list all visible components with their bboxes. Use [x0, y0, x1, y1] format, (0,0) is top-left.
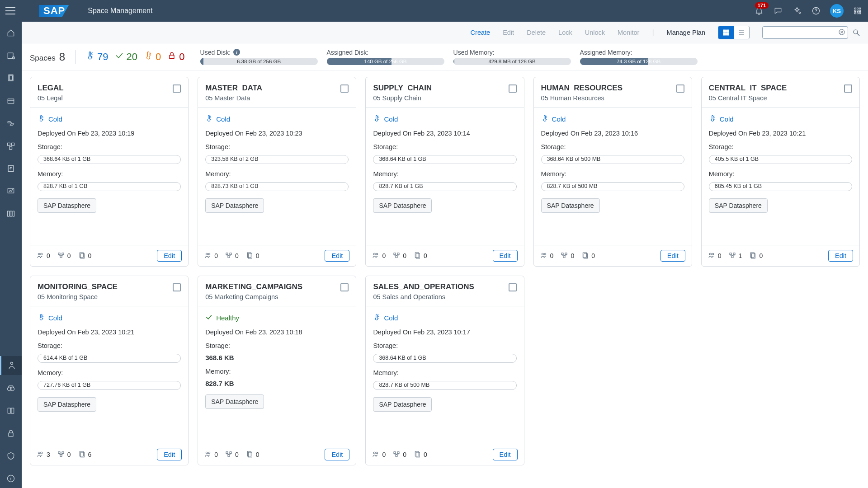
space-card[interactable]: HUMAN_RESOURCES05 Human ResourcesColdDep… [533, 77, 692, 267]
deploy-icon [729, 252, 736, 260]
edit-button[interactable]: Edit [325, 449, 349, 460]
nav-share[interactable] [0, 159, 22, 178]
action-monitor[interactable]: Monitor [618, 29, 639, 36]
svg-point-60 [376, 253, 378, 255]
stat-healthy[interactable]: 20 [115, 51, 137, 63]
card-body: ColdDeployed On Feb 23, 2023 10:21Storag… [30, 306, 188, 444]
space-card[interactable]: SALES_AND_OPERATIONS05 Sales and Operati… [365, 276, 524, 465]
space-card[interactable]: CENTRAL_IT_SPACE05 Central IT SpaceColdD… [701, 77, 860, 267]
card-subtitle: 05 Human Resources [541, 94, 673, 102]
card-footer: 000Edit [198, 444, 356, 465]
back-button[interactable] [23, 5, 32, 17]
edit-button[interactable]: Edit [157, 449, 182, 460]
action-edit[interactable]: Edit [503, 29, 514, 36]
card-checkbox[interactable] [676, 84, 684, 93]
nav-integrations[interactable] [0, 136, 22, 155]
edit-button[interactable]: Edit [325, 250, 349, 262]
nav-transport[interactable] [0, 446, 22, 465]
svg-point-87 [206, 452, 208, 454]
action-unlock[interactable]: Unlock [585, 29, 605, 36]
copies-icon [581, 252, 589, 260]
storage-label: Storage: [373, 141, 516, 150]
card-checkbox[interactable] [173, 283, 181, 291]
nav-catalog[interactable] [0, 91, 22, 110]
action-lock[interactable]: Lock [558, 29, 572, 36]
card-subtitle: 05 Master Data [205, 94, 337, 102]
svg-rect-9 [859, 10, 861, 12]
space-card[interactable]: MASTER_DATA05 Master DataColdDeployed On… [198, 77, 356, 267]
copilot-icon[interactable] [792, 6, 802, 16]
feedback-icon[interactable] [773, 6, 783, 16]
space-card[interactable]: LEGAL05 LegalColdDeployed On Feb 23, 202… [30, 77, 189, 267]
stat-locked[interactable]: 0 [167, 51, 184, 63]
stat-users: 0 [372, 450, 386, 459]
nav-flows[interactable] [0, 114, 22, 133]
card-status: Cold [38, 312, 181, 324]
nav-space-management[interactable] [0, 356, 22, 375]
info-icon[interactable]: i [233, 49, 240, 56]
nav-monitor[interactable] [0, 182, 22, 201]
svg-point-95 [376, 452, 378, 454]
stat-cold[interactable]: 79 [85, 50, 108, 63]
edit-button[interactable]: Edit [493, 449, 518, 460]
card-checkbox[interactable] [340, 283, 349, 291]
nav-repo[interactable] [0, 46, 22, 65]
nav-security[interactable] [0, 424, 22, 443]
nav-learning[interactable] [0, 401, 22, 420]
nav-about[interactable] [0, 469, 22, 488]
search-clear-icon[interactable] [838, 28, 845, 38]
edit-button[interactable]: Edit [493, 250, 518, 262]
svg-rect-29 [9, 433, 13, 436]
space-card[interactable]: MONITORING_SPACE05 Monitoring SpaceColdD… [30, 276, 189, 465]
svg-rect-11 [857, 13, 859, 14]
action-create[interactable]: Create [471, 29, 491, 36]
nav-home[interactable] [0, 23, 22, 42]
search-button[interactable] [850, 26, 863, 39]
view-list-button[interactable] [734, 26, 749, 39]
action-delete[interactable]: Delete [527, 29, 546, 36]
svg-rect-98 [396, 455, 397, 456]
svg-rect-55 [230, 253, 231, 254]
space-card[interactable]: MARKETING_CAMPAIGNS05 Marketing Campaign… [198, 276, 356, 465]
svg-rect-34 [723, 33, 726, 35]
spaces-number: 8 [59, 51, 65, 63]
storage-label: Storage: [541, 141, 684, 150]
toolbar-actions: Create Edit Delete Lock Unlock Monitor |… [471, 28, 705, 37]
nav-models[interactable] [0, 204, 22, 223]
users-icon [708, 252, 715, 260]
metric-text: 6.38 GB of 256 GB [200, 58, 318, 65]
action-manage-plan[interactable]: Manage Plan [667, 29, 705, 36]
card-checkbox[interactable] [173, 84, 181, 93]
space-tag: SAP Datasphere [38, 198, 96, 213]
nav-audit[interactable] [0, 379, 22, 398]
summary-strip: Spaces 8 79 20 0 [22, 43, 868, 70]
card-checkbox[interactable] [509, 84, 517, 93]
search-input[interactable] [762, 26, 848, 39]
side-nav-toggle[interactable] [5, 6, 15, 16]
edit-button[interactable]: Edit [157, 250, 182, 262]
edit-button[interactable]: Edit [828, 250, 853, 262]
check-icon [205, 314, 212, 322]
card-checkbox[interactable] [340, 84, 349, 93]
stat-warning[interactable]: 0 [144, 50, 161, 63]
nav-clipboard[interactable] [0, 69, 22, 88]
svg-rect-7 [854, 10, 856, 12]
app-title-text: Space Management [88, 7, 152, 15]
card-body: ColdDeployed On Feb 23, 2023 10:16Storag… [534, 108, 692, 245]
help-icon[interactable] [811, 6, 821, 16]
card-checkbox[interactable] [509, 283, 517, 291]
stat-users: 0 [708, 252, 722, 260]
view-grid-button[interactable] [718, 26, 734, 39]
card-checkbox[interactable] [844, 84, 852, 93]
space-card[interactable]: SUPPLY_CHAIN05 Supply ChainColdDeployed … [365, 77, 524, 267]
svg-rect-44 [170, 55, 174, 59]
avatar[interactable]: KS [830, 4, 844, 18]
memory-bar: 828.7 KB of 500 MB [541, 182, 684, 191]
svg-rect-19 [12, 143, 14, 145]
svg-rect-76 [733, 253, 735, 254]
edit-button[interactable]: Edit [660, 250, 685, 262]
card-deployed: Deployed On Feb 23, 2023 10:23 [205, 130, 349, 137]
app-launcher-icon[interactable] [853, 6, 863, 16]
notifications-icon[interactable]: 171 [754, 6, 764, 16]
svg-point-94 [374, 452, 376, 454]
